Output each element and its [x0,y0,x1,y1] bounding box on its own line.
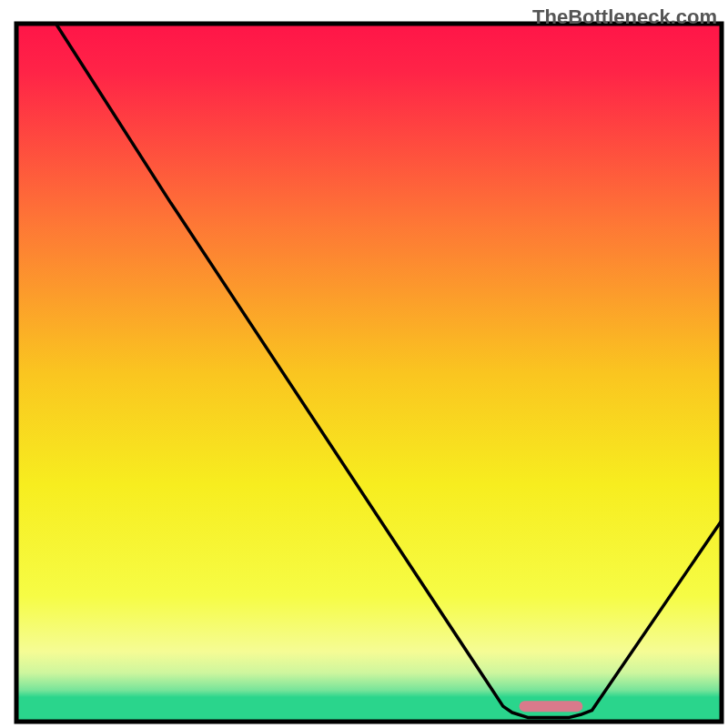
bottleneck-chart [0,0,728,728]
watermark-text: TheBottleneck.com [532,5,717,29]
optimal-marker [520,701,583,712]
